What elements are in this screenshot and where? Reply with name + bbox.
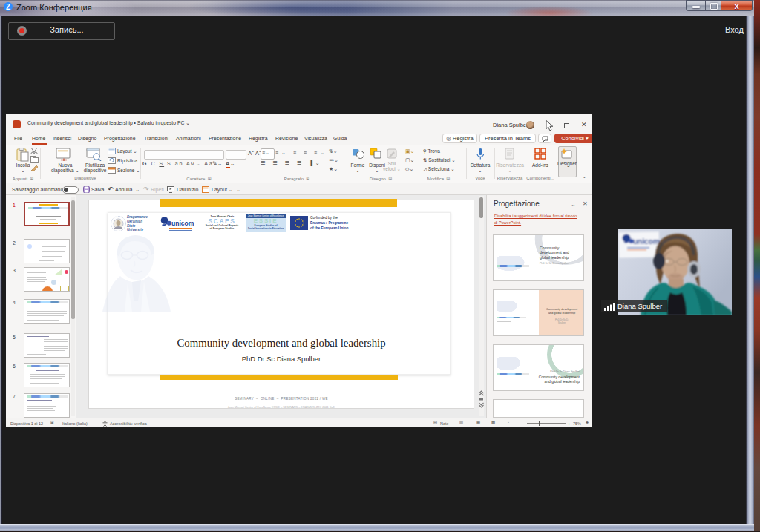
svg-text:unicom: unicom xyxy=(633,237,660,246)
svg-text:unicom: unicom xyxy=(171,220,194,227)
